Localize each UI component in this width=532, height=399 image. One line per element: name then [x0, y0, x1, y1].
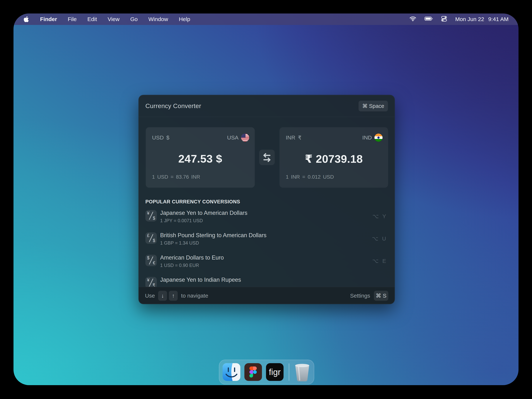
- navigate-label: to navigate: [181, 293, 208, 299]
- hotkey-badge: ⌘ Space: [359, 101, 388, 111]
- menu-time: 9:41 AM: [488, 16, 508, 22]
- window-titlebar[interactable]: Currency Converter ⌘ Space: [139, 95, 395, 117]
- currency-converter-window: Currency Converter ⌘ Space USD $ USA 247…: [139, 95, 395, 304]
- menu-item-help[interactable]: Help: [179, 16, 190, 22]
- battery-icon[interactable]: [424, 16, 433, 22]
- dock-separator: [289, 363, 289, 381]
- menu-bar: Finder File Edit View Go Window Help: [13, 13, 519, 25]
- conversion-shortcut: ⌥ Y: [372, 213, 387, 219]
- from-currency-card[interactable]: USD $ USA 247.53 $ 1 USD = 83.76 INR: [146, 127, 255, 188]
- conversion-row-usd-eur[interactable]: $ € American Dollars to Euro 1 USD = 0.9…: [145, 254, 388, 275]
- dock: figr: [219, 360, 314, 384]
- figr-logo-text: figr: [269, 367, 281, 377]
- to-amount-value[interactable]: ₹ 20739.18: [279, 152, 388, 165]
- yen-rupee-icon: ¥ ₹: [145, 277, 157, 288]
- finder-dock-icon[interactable]: [223, 363, 240, 381]
- to-country-label: IND: [362, 134, 372, 141]
- figr-dock-icon[interactable]: figr: [266, 363, 284, 381]
- to-exchange-rate: 1 INR = 0.012 USD: [286, 174, 334, 180]
- from-country-label: USA: [227, 134, 239, 141]
- india-flag-icon: [374, 133, 383, 142]
- apple-menu-icon[interactable]: [24, 16, 29, 23]
- from-amount-value[interactable]: 247.53 $: [146, 152, 255, 165]
- conversion-title: Japanese Yen to Indian Rupees: [160, 277, 241, 283]
- from-currency-code: USD: [152, 134, 164, 141]
- swap-arrows-icon: [259, 150, 275, 165]
- dollar-euro-icon: $ €: [145, 255, 157, 266]
- conversion-shortcut: ⌥ E: [372, 258, 387, 264]
- conversion-rate: 1 GBP = 1.34 USD: [160, 240, 266, 246]
- conversion-row-jpy-usd[interactable]: ¥ $ Japanese Yen to American Dollars 1 J…: [145, 210, 388, 230]
- conversion-title: Japanese Yen to American Dollars: [160, 210, 247, 216]
- wifi-icon[interactable]: [409, 16, 416, 23]
- to-currency-code: INR: [286, 134, 295, 141]
- to-currency-symbol: ₹: [298, 134, 301, 141]
- to-currency-card[interactable]: INR ₹ IND ₹ 20739.18 1 INR = 0.012 USD: [279, 127, 388, 188]
- arrow-up-key[interactable]: ↑: [169, 291, 178, 301]
- settings-shortcut-key[interactable]: ⌘ S: [374, 291, 388, 301]
- swap-currencies-button[interactable]: [259, 150, 275, 165]
- from-currency-symbol: $: [166, 134, 169, 141]
- conversion-title: British Pound Sterling to American Dolla…: [160, 232, 266, 239]
- arrow-down-key[interactable]: ↓: [158, 291, 167, 301]
- control-center-icon[interactable]: [441, 16, 447, 23]
- conversion-rate: 1 USD = 0.90 EUR: [160, 263, 224, 268]
- menu-date: Mon Jun 22: [455, 16, 484, 22]
- settings-label[interactable]: Settings: [350, 293, 370, 299]
- window-title: Currency Converter: [145, 102, 201, 109]
- popular-conversions-heading: POPULAR CURRENCY CONVERSIONS: [145, 199, 240, 205]
- use-label: Use: [145, 293, 155, 299]
- menu-item-edit[interactable]: Edit: [87, 16, 97, 22]
- menu-item-go[interactable]: Go: [130, 16, 138, 22]
- menu-item-window[interactable]: Window: [148, 16, 168, 22]
- conversion-title: American Dollars to Euro: [160, 254, 224, 261]
- conversion-row-gbp-usd[interactable]: £ $ British Pound Sterling to American D…: [145, 232, 388, 253]
- pound-dollar-icon: £ $: [145, 232, 157, 244]
- menu-item-view[interactable]: View: [108, 16, 120, 22]
- menu-app-name[interactable]: Finder: [40, 16, 57, 22]
- from-exchange-rate: 1 USD = 83.76 INR: [152, 174, 200, 180]
- menu-item-file[interactable]: File: [68, 16, 77, 22]
- desktop: Finder File Edit View Go Window Help: [13, 13, 519, 385]
- menu-clock[interactable]: Mon Jun 22 9:41 AM: [455, 16, 508, 22]
- figma-dock-icon[interactable]: [244, 363, 262, 381]
- us-flag-icon: [241, 133, 249, 142]
- conversion-shortcut: ⌥ U: [372, 235, 387, 242]
- trash-dock-icon[interactable]: [294, 362, 310, 382]
- conversion-rate: 1 JPY = 0.0071 USD: [160, 218, 247, 223]
- yen-dollar-icon: ¥ $: [145, 210, 157, 222]
- window-footer: Use ↓ ↑ to navigate Settings ⌘ S: [139, 287, 395, 304]
